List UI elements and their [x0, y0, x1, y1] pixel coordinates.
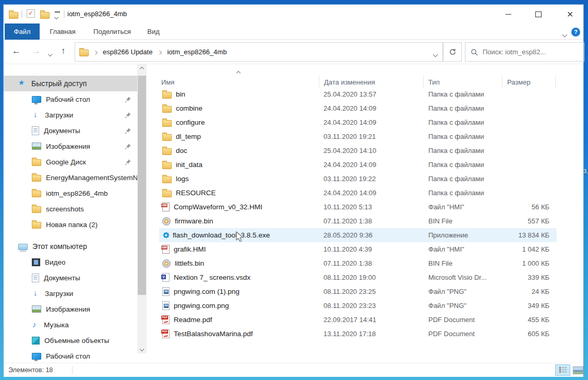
file-type: Папка с файлами [423, 161, 502, 169]
file-name: dl_temp [176, 133, 201, 140]
breadcrumb-item[interactable]: esp8266 Update [103, 48, 152, 56]
sidebar-item[interactable]: Документы [4, 270, 138, 286]
scroll-down-icon[interactable] [137, 345, 147, 353]
file-row[interactable]: flash_download_tool_3.8.5.exe 28.05.2020… [159, 228, 557, 242]
ribbon-tab-bar: Файл Главная Поделиться Вид ? [4, 23, 583, 40]
column-header-name[interactable]: Имя [156, 76, 319, 88]
sidebar-item-label: Новая папка (2) [46, 221, 98, 229]
sidebar-item[interactable]: Новая папка (2) [4, 217, 138, 232]
column-header-type[interactable]: Тип [423, 76, 502, 88]
sidebar-item-label: Документы [44, 274, 80, 282]
file-date: 24.04.2020 14:09 [319, 161, 423, 169]
sidebar-item[interactable]: screenshots [4, 201, 138, 217]
tab-share[interactable]: Поделиться [90, 23, 135, 40]
file-row[interactable]: grafik.HMI 10.11.2020 4:39 Файл "HMI" 1 … [159, 242, 557, 256]
address-dropdown-icon[interactable] [434, 50, 437, 58]
folder-icon [32, 159, 41, 166]
tab-home[interactable]: Главная [44, 23, 81, 40]
breadcrumb-item[interactable]: iotm_esp8266_4mb [167, 48, 226, 56]
file-type: PDF Document [423, 330, 502, 338]
file-type: Папка с файлами [423, 175, 502, 183]
minimize-button[interactable] [497, 5, 520, 23]
visio-icon [162, 273, 170, 282]
close-button[interactable]: × [556, 5, 584, 23]
file-row[interactable]: configure 24.04.2020 14:09 Папка с файла… [159, 115, 557, 129]
sidebar-item[interactable]: Объемные объекты [4, 332, 138, 348]
star-icon [18, 79, 27, 88]
column-header-size[interactable]: Размер [502, 76, 555, 88]
thumbnails-view-button[interactable] [572, 364, 584, 376]
file-name-cell: littlefs.bin [159, 259, 319, 268]
disc-icon [162, 217, 171, 225]
file-date: 08.11.2020 23:25 [319, 288, 423, 295]
sidebar-item[interactable]: Загрузки [4, 107, 138, 123]
pin-icon [125, 127, 131, 134]
sidebar-item[interactable]: Рабочий стол [4, 91, 138, 107]
file-row[interactable]: Nextion 7_ screens.vsdx 08.11.2020 19:00… [159, 270, 557, 284]
address-bar[interactable]: esp8266 Update iotm_esp8266_4mb [75, 42, 443, 62]
details-view-button[interactable] [555, 364, 570, 376]
file-date: 10.11.2020 5:13 [319, 203, 423, 211]
divider [72, 366, 73, 374]
sidebar-item[interactable]: Этот компьютер [4, 239, 138, 254]
file-name-cell: Readme.pdf [159, 315, 319, 324]
sidebar-item[interactable]: iotm_esp8266_4mb [4, 185, 138, 201]
maximize-button[interactable] [526, 5, 550, 23]
file-row[interactable]: bin 25.04.2020 13:57 Папка с файлами [159, 87, 557, 101]
sidebar-item[interactable]: Изображения [4, 301, 138, 317]
sidebar-item[interactable]: EnergyManagementSystemN [4, 170, 138, 185]
ribbon-collapse-icon[interactable] [563, 30, 567, 38]
forward-icon[interactable]: → [32, 46, 41, 56]
file-name: grafik.HMI [174, 245, 206, 253]
file-date: 24.04.2020 14:09 [319, 189, 423, 197]
help-icon[interactable]: ? [571, 28, 580, 37]
tab-file[interactable]: Файл [5, 23, 40, 40]
file-row[interactable]: init_data 24.04.2020 14:09 Папка с файла… [159, 158, 557, 172]
tab-view[interactable]: Вид [141, 23, 165, 40]
file-name: logs [176, 175, 189, 183]
gear-icon [164, 233, 169, 238]
scroll-up-icon[interactable] [137, 64, 147, 73]
sidebar-item[interactable]: Быстрый доступ [4, 76, 138, 91]
properties-checkbox-icon[interactable]: ✓ [27, 9, 35, 18]
file-name: bin [176, 90, 185, 98]
recent-locations-chevron-icon[interactable] [49, 50, 52, 57]
search-input[interactable]: Поиск: iotm_esp82... [465, 42, 584, 62]
file-type: Папка с файлами [423, 133, 502, 140]
back-icon[interactable]: ← [12, 46, 21, 56]
up-icon[interactable]: ↑ [61, 46, 66, 56]
file-row[interactable]: CompWaveform_v0_32.HMI 10.11.2020 5:13 Ф… [159, 200, 557, 214]
file-row[interactable]: combine 24.04.2020 14:09 Папка с файлами [159, 101, 557, 115]
sidebar-item[interactable]: Изображения [4, 138, 138, 154]
file-date: 07.11.2020 1:38 [319, 217, 423, 225]
pin-icon [125, 96, 131, 103]
file-row[interactable]: logs 03.11.2020 19:22 Папка с файлами [159, 172, 557, 186]
column-header-date[interactable]: Дата изменения [319, 76, 423, 88]
file-date: 07.11.2020 1:38 [319, 259, 423, 267]
file-row[interactable]: firmware.bin 07.11.2020 1:38 BIN File 55… [159, 214, 557, 228]
file-size: 349 КБ [502, 302, 555, 310]
sidebar-item[interactable]: Документы [4, 123, 138, 138]
sidebar-item[interactable]: Музыка [4, 317, 138, 332]
file-date: 28.05.2020 9:36 [319, 231, 423, 239]
sidebar-item[interactable]: Google Диск [4, 154, 138, 170]
quick-access-toolbar-dropdown-icon[interactable] [55, 11, 60, 18]
file-list: bin 25.04.2020 13:57 Папка с файлами com… [159, 87, 557, 341]
scrollbar-thumb[interactable] [138, 76, 146, 295]
new-folder-icon[interactable] [40, 12, 50, 19]
file-type: Папка с файлами [423, 104, 502, 112]
file-row[interactable]: TestBalashovaMarina.pdf 13.11.2020 17:18… [159, 327, 557, 341]
file-row[interactable]: littlefs.bin 07.11.2020 1:38 BIN File 1 … [159, 256, 557, 270]
file-date: 22.09.2017 14:41 [319, 316, 423, 324]
sidebar-scrollbar[interactable] [137, 64, 147, 353]
sidebar-item[interactable]: Загрузки [4, 286, 138, 301]
sidebar-item[interactable]: Видео [4, 254, 138, 270]
refresh-button[interactable] [443, 42, 462, 62]
file-row[interactable]: dl_temp 03.11.2020 19:21 Папка с файлами [159, 129, 557, 144]
file-row[interactable]: doc 25.04.2020 14:10 Папка с файлами [159, 144, 557, 158]
file-row[interactable]: pngwing.com (1).png 08.11.2020 23:25 Фай… [159, 284, 557, 299]
sidebar-item[interactable]: Рабочий стол [4, 348, 138, 363]
file-row[interactable]: Readme.pdf 22.09.2017 14:41 PDF Document… [159, 313, 557, 327]
file-row[interactable]: pngwing.com.png 08.11.2020 23:23 Файл "P… [159, 299, 557, 313]
file-row[interactable]: RESOURCE 24.04.2020 14:09 Папка с файлам… [159, 186, 557, 200]
